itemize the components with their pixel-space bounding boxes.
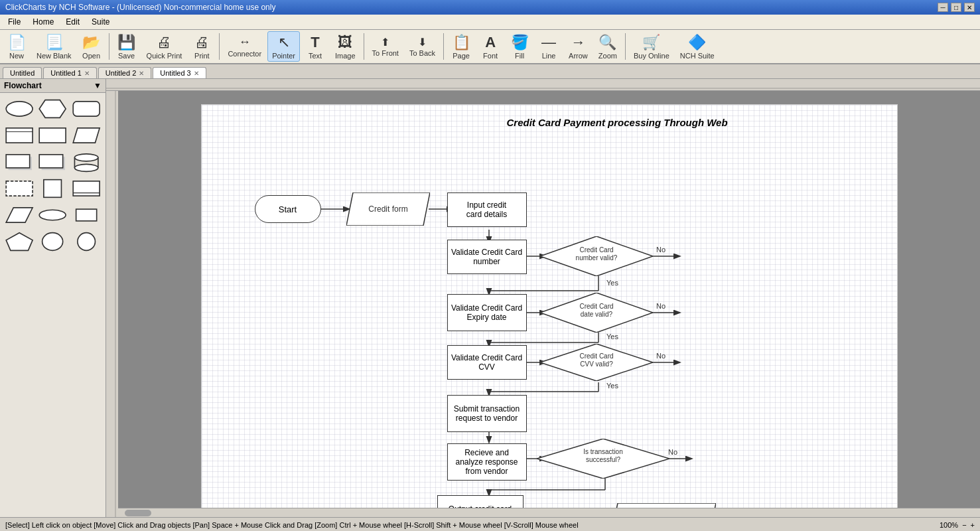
buy-online-button[interactable]: 🛒 Buy Online — [629, 31, 674, 62]
shape-rect-tall[interactable] — [37, 177, 68, 200]
to-front-button[interactable]: ⬆ To Front — [368, 31, 403, 62]
node-credit-form[interactable]: Credit form — [346, 192, 430, 226]
zoom-button[interactable]: 🔍 Zoom — [594, 31, 622, 62]
svg-point-0 — [6, 102, 33, 116]
svg-marker-6 — [73, 128, 100, 143]
node-validate-cvv[interactable]: Validate Credit Card CVV — [447, 345, 527, 380]
svg-text:Yes: Yes — [606, 279, 618, 287]
page-button[interactable]: 📋 Page — [447, 31, 475, 62]
shape-parallelogram[interactable] — [4, 203, 35, 227]
shape-rect-double[interactable] — [4, 123, 35, 147]
image-button[interactable]: 🖼 Image — [330, 31, 360, 62]
svg-marker-22 — [6, 233, 33, 251]
shape-hexagon[interactable] — [37, 97, 68, 121]
quick-print-label: Quick Print — [147, 52, 182, 60]
to-back-button[interactable]: ⬇ To Back — [405, 31, 440, 62]
menu-suite[interactable]: Suite — [86, 16, 115, 28]
save-button[interactable]: 💾 Save — [113, 31, 141, 62]
open-button[interactable]: 📂 Open — [78, 31, 105, 62]
arrow-button[interactable]: → Arrow — [564, 31, 593, 62]
diagram-canvas[interactable]: Credit Card Payment processing Through W… — [201, 104, 898, 517]
canvas-scroll[interactable]: Credit Card Payment processing Through W… — [118, 91, 980, 517]
shape-cylinder[interactable] — [71, 150, 102, 174]
node-start[interactable]: Start — [255, 195, 321, 223]
shape-oval-wide[interactable] — [37, 203, 68, 227]
new-button[interactable]: 📄 New — [3, 31, 31, 62]
new-blank-button[interactable]: 📃 New Blank — [32, 31, 76, 62]
node-validate-number[interactable]: Validate Credit Card number — [447, 240, 527, 274]
page-label: Page — [453, 52, 470, 60]
line-button[interactable]: — Line — [535, 31, 563, 62]
fill-button[interactable]: 🪣 Fill — [506, 31, 533, 62]
pointer-icon: ↖ — [278, 34, 290, 51]
image-label: Image — [335, 52, 356, 60]
menu-file[interactable]: File — [3, 16, 26, 28]
tab-untitled-1[interactable]: Untitled 1 ✕ — [43, 67, 96, 78]
to-front-icon: ⬆ — [381, 36, 389, 48]
horizontal-scrollbar[interactable] — [118, 508, 980, 517]
svg-text:Yes: Yes — [606, 382, 618, 390]
pointer-label: Pointer — [272, 52, 295, 60]
shapes-title: Flowchart — [4, 81, 42, 90]
shapes-dropdown-icon[interactable]: ▼ — [94, 81, 102, 90]
text-button[interactable]: T Text — [301, 31, 329, 62]
ruler-top — [106, 79, 980, 91]
connector-button[interactable]: ↔ Credit Card Payment processing Through… — [223, 31, 266, 62]
node-is-transaction[interactable]: Is transaction successful? — [537, 439, 669, 479]
arrow-label: Arrow — [569, 52, 588, 60]
svg-rect-2 — [73, 102, 100, 116]
tab-close-3[interactable]: ✕ — [194, 70, 199, 77]
sep2 — [219, 33, 220, 60]
menu-edit[interactable]: Edit — [60, 16, 85, 28]
scrollbar-thumb[interactable] — [125, 510, 151, 516]
app-title: ClickCharts by NCH Software - (Unlicense… — [5, 3, 275, 12]
window-controls[interactable]: ─ □ ✕ — [938, 3, 975, 12]
quick-print-button[interactable]: 🖨 Quick Print — [142, 31, 187, 62]
tab-untitled-2[interactable]: Untitled 2 ✕ — [98, 67, 151, 78]
font-button[interactable]: A Font — [476, 31, 504, 62]
tab-label: Untitled 2 — [105, 69, 136, 77]
maximize-button[interactable]: □ — [951, 3, 961, 12]
shape-rect-dashed[interactable] — [4, 177, 35, 200]
zoom-level: 100% — [940, 521, 958, 529]
node-input-credit[interactable]: Input creditcard details — [447, 192, 527, 227]
shape-rect[interactable] — [37, 123, 68, 147]
shape-rect-shadow2[interactable] — [37, 150, 68, 174]
shape-pentagon[interactable] — [4, 230, 35, 254]
tab-untitled-3[interactable]: Untitled 3 ✕ — [153, 67, 206, 78]
shape-oval[interactable] — [37, 230, 68, 254]
svg-text:Is transaction: Is transaction — [583, 448, 622, 455]
node-submit-transaction[interactable]: Submit transaction request to vendor — [447, 395, 527, 432]
node-cc-number-valid[interactable]: Credit Card number valid? — [540, 236, 653, 276]
minimize-button[interactable]: ─ — [938, 3, 948, 12]
shape-rect-rounded[interactable] — [71, 97, 102, 121]
svg-text:Credit Card: Credit Card — [579, 303, 613, 310]
menu-home[interactable]: Home — [27, 16, 59, 28]
node-validate-date[interactable]: Validate Credit Card Expiry date — [447, 294, 527, 331]
pointer-button[interactable]: ↖ Pointer — [267, 31, 300, 62]
shape-rect-shadow[interactable] — [4, 150, 35, 174]
shapes-panel: Flowchart ▼ — [0, 79, 106, 517]
zoom-decrease[interactable]: − — [962, 521, 966, 529]
svg-text:No: No — [668, 448, 677, 456]
page-icon: 📋 — [453, 34, 470, 51]
node-receive-analyze[interactable]: Recieve and analyze response from vendor — [447, 443, 527, 481]
shape-parallelogram-r[interactable] — [71, 123, 102, 147]
node-cc-date-valid[interactable]: Credit Card date valid? — [540, 293, 653, 333]
shape-ellipse[interactable] — [4, 97, 35, 121]
tab-close-1[interactable]: ✕ — [84, 70, 90, 77]
print-button[interactable]: 🖨 Print — [188, 31, 216, 62]
image-icon: 🖼 — [338, 34, 352, 51]
shape-rect-small[interactable] — [71, 203, 102, 227]
node-cc-cvv-valid[interactable]: Credit Card CVV valid? — [540, 344, 653, 381]
tab-untitled[interactable]: Untitled — [3, 67, 42, 78]
tab-close-2[interactable]: ✕ — [139, 70, 144, 77]
zoom-increase[interactable]: + — [971, 521, 975, 529]
fill-label: Fill — [515, 52, 524, 60]
tab-label: Untitled 1 — [50, 69, 81, 77]
status-text: [Select] Left click on object [Move] Cli… — [5, 521, 579, 529]
close-button[interactable]: ✕ — [964, 3, 975, 12]
nch-suite-button[interactable]: 🔷 NCH Suite — [675, 31, 719, 62]
shape-rect-wave[interactable] — [71, 177, 102, 200]
shape-circle[interactable] — [71, 230, 102, 254]
